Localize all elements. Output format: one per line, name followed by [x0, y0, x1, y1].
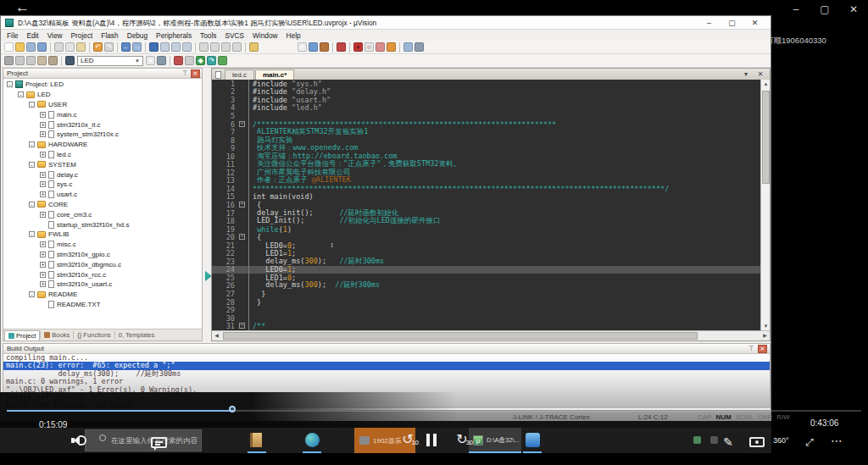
rebuild-all-icon[interactable] — [48, 56, 58, 65]
fold-collapse-icon[interactable]: − — [239, 121, 245, 127]
tree-node-stm32f10x-gpio-c[interactable]: +stm32f10x_gpio.c — [3, 250, 202, 260]
skip-forward-30-button[interactable]: ↻ 30 — [453, 431, 471, 450]
code-line-27[interactable]: 27 } — [212, 290, 762, 298]
tree-expander-icon[interactable]: + — [40, 281, 46, 287]
cut-icon[interactable] — [54, 42, 64, 52]
tree-node-led[interactable]: -LED — [3, 90, 202, 100]
code-line-24[interactable]: 24 LED0=1; — [212, 266, 762, 274]
tree-expander-icon[interactable]: - — [29, 231, 35, 237]
fold-collapse-icon[interactable]: − — [239, 202, 245, 208]
editor-vertical-scrollbar[interactable]: ▲ ▼ — [760, 80, 770, 331]
code-line-3[interactable]: 3#include "usart.h" — [212, 96, 762, 104]
insert-snippet-icon[interactable] — [249, 42, 259, 52]
tree-node-user[interactable]: -USER — [3, 100, 202, 110]
rotate-360-icon[interactable]: 360° — [773, 436, 789, 445]
tree-node-startup-stm32f10x-hd-s[interactable]: startup_stm32f10x_hd.s — [3, 219, 202, 230]
pack-installer-icon[interactable] — [218, 56, 227, 65]
editor-tab-main.c[interactable]: main.c* — [255, 69, 294, 80]
code-line-20[interactable]: 20− { — [212, 233, 762, 241]
menu-svcs[interactable]: SVCS — [220, 31, 248, 40]
tree-expander-icon[interactable]: + — [40, 262, 46, 268]
panel-tab-books[interactable]: Books — [41, 330, 73, 340]
taskbar-item-edge-icon[interactable] — [305, 433, 320, 447]
tree-expander-icon[interactable]: + — [40, 241, 46, 247]
tree-node-stm32f10x-usart-c[interactable]: +stm32f10x_usart.c — [3, 280, 202, 290]
tree-node-readme[interactable]: -README — [3, 290, 202, 300]
unindent-icon[interactable] — [199, 42, 209, 52]
annotate-pencil-icon[interactable]: ✎ — [719, 435, 737, 450]
flash-erase-icon[interactable] — [15, 56, 25, 65]
tree-node-readme-txt[interactable]: README.TXT — [3, 300, 202, 310]
tree-expander-icon[interactable]: + — [40, 122, 46, 128]
danmaku-toggle-icon[interactable] — [151, 437, 167, 448]
menu-project[interactable]: Project — [67, 31, 97, 40]
tree-node-usart-c[interactable]: +usart.c — [3, 190, 202, 200]
new-file-icon[interactable] — [4, 42, 14, 52]
menu-edit[interactable]: Edit — [22, 31, 42, 40]
tree-node-hardware[interactable]: -HARDWARE — [3, 140, 202, 150]
tree-expander-icon[interactable]: - — [29, 102, 35, 108]
editor-horizontal-scrollbar[interactable]: ◀ ▶ — [212, 330, 770, 340]
tree-node-misc-c[interactable]: +misc.c — [3, 240, 202, 250]
bookmark-clear-icon[interactable] — [182, 42, 192, 52]
horizontal-scroll-thumb[interactable] — [223, 332, 698, 340]
target-options-icon[interactable] — [65, 56, 75, 65]
uvision-minimize-button[interactable]: – — [703, 18, 715, 28]
tree-expander-icon[interactable]: - — [18, 91, 24, 97]
tree-expander-icon[interactable]: + — [40, 172, 46, 178]
code-line-19[interactable]: 19 while(1) — [212, 225, 762, 234]
menu-window[interactable]: Window — [248, 31, 282, 40]
fold-collapse-icon[interactable]: − — [239, 323, 245, 329]
open-file-icon[interactable] — [15, 42, 25, 52]
menu-file[interactable]: File — [3, 31, 22, 40]
tree-expander-icon[interactable]: + — [40, 252, 46, 257]
scroll-up-icon[interactable]: ▲ — [761, 80, 771, 89]
target-select[interactable]: LED ▼ — [77, 56, 143, 66]
tree-node-fwlib[interactable]: -FWLIB — [3, 230, 202, 240]
taskbar-search-input[interactable]: 在这里输入你要搜索的内容 — [85, 429, 202, 451]
skip-back-10-button[interactable]: ↺ 10 — [398, 431, 417, 450]
tree-expander-icon[interactable]: + — [40, 152, 46, 158]
build-output-close-icon[interactable]: ✕ — [758, 345, 767, 353]
code-line-14[interactable]: 14**************************************… — [212, 185, 762, 193]
menu-peripherals[interactable]: Peripherals — [152, 31, 196, 40]
tools-wrench-icon[interactable] — [415, 42, 424, 52]
project-close-icon[interactable]: ✕ — [191, 69, 200, 78]
run-macro-icon[interactable] — [320, 42, 329, 52]
tab-list-dropdown-icon[interactable]: ▾ — [741, 69, 751, 79]
code-line-30[interactable]: 30 — [212, 314, 762, 323]
find-in-files-icon[interactable] — [337, 42, 346, 52]
paste-icon[interactable] — [76, 42, 86, 52]
code-line-18[interactable]: 18 LED_Init(); //初始化与LED连接的硬件接口 — [212, 217, 762, 225]
menu-tools[interactable]: Tools — [196, 31, 220, 40]
tree-expander-icon[interactable]: + — [40, 212, 46, 218]
tree-node-delay-c[interactable]: +delay.c — [3, 169, 202, 180]
menu-view[interactable]: View — [43, 31, 67, 40]
undo-icon[interactable]: ↶ — [93, 42, 103, 52]
tree-node-stm32f10x-rcc-c[interactable]: +stm32f10x_rcc.c — [3, 269, 202, 280]
bookmark-toggle-icon[interactable] — [149, 42, 159, 52]
code-line-29[interactable]: 29 — [212, 306, 762, 314]
tree-node-project-led[interactable]: -Project: LED — [3, 80, 202, 90]
comment-selection-icon[interactable] — [221, 42, 231, 52]
code-line-5[interactable]: 5 — [212, 112, 762, 120]
panel-tab-templates[interactable]: 0, Templates — [115, 330, 158, 340]
code-line-4[interactable]: 4#include "led.h" — [212, 104, 762, 113]
tree-expander-icon[interactable]: + — [40, 131, 46, 137]
window-minimize-button[interactable]: – — [788, 3, 804, 16]
uvision-close-button[interactable]: ✕ — [748, 18, 761, 28]
redo-icon[interactable]: ↷ — [104, 42, 114, 52]
copy-icon[interactable] — [65, 42, 75, 52]
fold-collapse-icon[interactable]: − — [239, 234, 245, 240]
breakpoint-kill-all-icon[interactable] — [387, 42, 396, 52]
code-line-23[interactable]: 23 delay_ms(300); //延时300ms — [212, 257, 762, 266]
code-line-31[interactable]: 31−/** — [212, 322, 762, 330]
code-line-21[interactable]: 21 LED0=0;I — [212, 241, 762, 250]
taskbar-item-book-icon[interactable] — [250, 433, 262, 447]
code-area[interactable]: 1#include "sys.h"2#include "delay.h"3#in… — [212, 80, 762, 331]
tray-icon[interactable] — [693, 436, 701, 444]
tray-icon[interactable] — [710, 436, 718, 444]
pause-button[interactable] — [426, 434, 437, 446]
code-line-15[interactable]: 15int main(void) — [212, 193, 762, 202]
tree-node-stm32f10x-it-c[interactable]: +stm32f10x_it.c — [3, 119, 202, 130]
